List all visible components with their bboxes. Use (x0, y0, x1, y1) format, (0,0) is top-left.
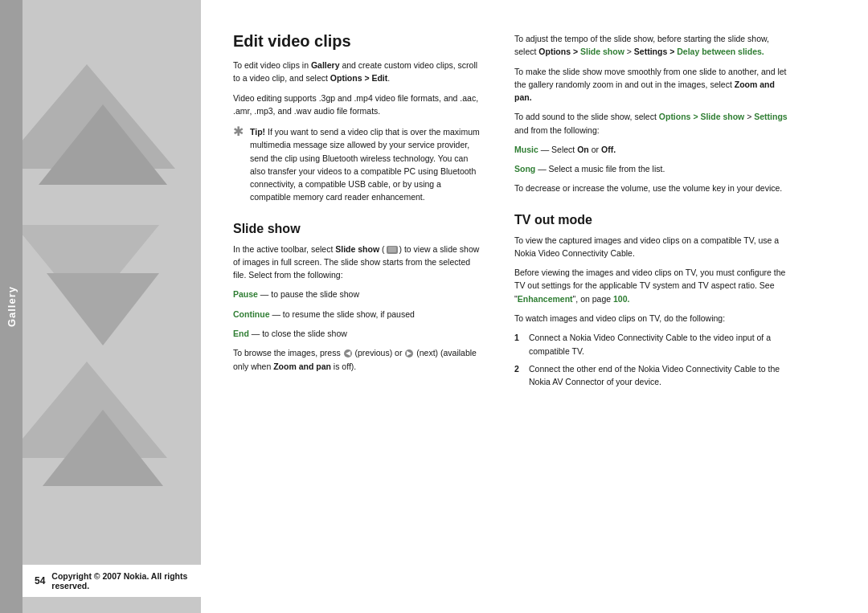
tv-step-1: 1 Connect a Nokia Video Connectivity Cab… (514, 331, 788, 358)
page-number-area: 54 Copyright © 2007 Nokia. All rights re… (23, 564, 201, 597)
tv-out-section: TV out mode To view the captured images … (514, 213, 788, 389)
gallery-bold: Gallery (311, 60, 340, 70)
volume-para: To decrease or increase the volume, use … (514, 182, 788, 194)
tv-step-2: 2 Connect the other end of the Nokia Vid… (514, 362, 788, 389)
options-slide-link: Options > Slide show (659, 112, 744, 121)
slideshow-settings-section: To adjust the tempo of the slide show, b… (514, 32, 788, 195)
decorative-triangle-2 (39, 104, 167, 185)
pause-item: Pause — to pause the slide show (233, 288, 482, 300)
zoom-pan-bold: Zoom and pan (273, 362, 331, 371)
decorative-triangle-6 (43, 410, 163, 486)
slide-show-section: Slide show In the active toolbar, select… (233, 222, 482, 373)
next-icon: ▶ (405, 349, 413, 358)
end-text: — to close the slide show (252, 329, 347, 338)
tv-out-heading: TV out mode (514, 213, 788, 227)
settings-link2: Settings (754, 112, 787, 121)
song-label: Song (514, 164, 535, 174)
tv-out-para3: To watch images and video clips on TV, d… (514, 312, 788, 325)
sound-para: To add sound to the slide show, select O… (514, 110, 788, 137)
step-num-1: 1 (514, 331, 524, 358)
left-sidebar: Gallery 54 Copyright © 2007 Nokia. All r… (0, 0, 201, 613)
tip-content: If you want to send a video clip that is… (250, 127, 480, 202)
step-1-text: Connect a Nokia Video Connectivity Cable… (529, 331, 788, 358)
sidebar-decorative: 54 Copyright © 2007 Nokia. All rights re… (23, 0, 201, 613)
continue-text: — to resume the slide show, if paused (272, 309, 414, 319)
settings-bold-r: Settings > (634, 47, 674, 56)
page-link: 100. (613, 294, 629, 304)
end-item: End — to close the slide show (233, 327, 482, 340)
right-column: To adjust the tempo of the slide show, b… (514, 32, 788, 573)
slide-show-intro: In the active toolbar, select Slide show… (233, 243, 482, 282)
tip-bold-label: Tip! (250, 127, 265, 137)
page-number: 54 (35, 575, 45, 586)
music-label: Music (514, 145, 538, 154)
off-bold: Off. (601, 145, 616, 154)
enhancement-link: Enhancement (518, 294, 573, 304)
song-item: Song — Select a music file from the list… (514, 162, 788, 175)
edit-video-heading: Edit video clips (233, 32, 482, 51)
browse-text: To browse the images, press ◀ (previous)… (233, 346, 482, 373)
decorative-triangle-4 (47, 273, 159, 345)
sidebar-tab-label: Gallery (6, 286, 18, 327)
tip-text: Tip! If you want to send a video clip th… (250, 125, 482, 204)
on-bold: On (577, 145, 589, 154)
slide-show-bold: Slide show (335, 244, 379, 254)
edit-video-para1: To edit video clips in Gallery and creat… (233, 59, 482, 85)
sidebar-tab: Gallery (0, 0, 23, 613)
main-content: Edit video clips To edit video clips in … (201, 0, 868, 613)
step-2-text: Connect the other end of the Nokia Video… (529, 362, 788, 389)
step-num-2: 2 (514, 362, 524, 389)
content-columns: Edit video clips To edit video clips in … (233, 32, 840, 573)
tv-out-para1: To view the captured images and video cl… (514, 234, 788, 260)
slide-show-heading: Slide show (233, 222, 482, 236)
page-copyright: Copyright © 2007 Nokia. All rights reser… (51, 571, 189, 591)
options-edit-bold: Options > Edit (330, 73, 387, 83)
zoom-pan-bold2: Zoom and pan. (514, 80, 775, 102)
music-item: Music — Select On or Off. (514, 143, 788, 156)
tip-icon: ✱ (233, 124, 244, 139)
edit-video-section: Edit video clips To edit video clips in … (233, 32, 482, 204)
page-container: Gallery 54 Copyright © 2007 Nokia. All r… (0, 0, 868, 613)
continue-label: Continue (233, 309, 270, 319)
prev-icon: ◀ (344, 349, 352, 358)
pause-text: — to pause the slide show (260, 289, 359, 299)
slide-show-icon (387, 246, 398, 254)
tv-steps-list: 1 Connect a Nokia Video Connectivity Cab… (514, 331, 788, 388)
tempo-para: To adjust the tempo of the slide show, b… (514, 32, 788, 59)
slide-show-link: Slide show (580, 47, 624, 56)
tv-out-para2: Before viewing the images and video clip… (514, 266, 788, 305)
pause-label: Pause (233, 289, 258, 299)
left-column: Edit video clips To edit video clips in … (233, 32, 482, 573)
continue-item: Continue — to resume the slide show, if … (233, 308, 482, 321)
delay-link: Delay between slides. (677, 47, 764, 56)
options-bold-r: Options > (538, 47, 578, 56)
edit-video-para2: Video editing supports .3gp and .mp4 vid… (233, 92, 482, 118)
end-label: End (233, 329, 249, 338)
smooth-para: To make the slide show move smoothly fro… (514, 65, 788, 104)
tip-box: ✱ Tip! If you want to send a video clip … (233, 125, 482, 204)
